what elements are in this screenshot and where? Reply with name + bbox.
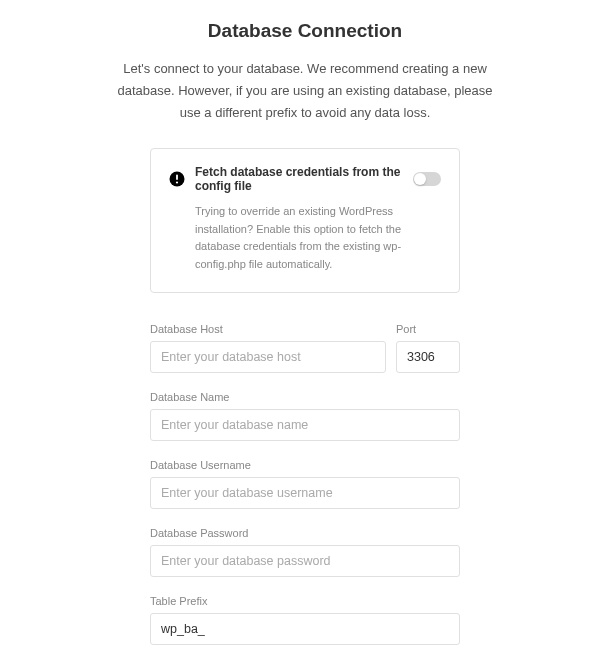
fetch-credentials-box: Fetch database credentials from the conf… — [150, 148, 460, 292]
db-host-input[interactable] — [150, 341, 386, 373]
fetch-credentials-toggle[interactable] — [413, 172, 441, 186]
table-prefix-input[interactable] — [150, 613, 460, 645]
table-prefix-label: Table Prefix — [150, 595, 460, 607]
db-name-input[interactable] — [150, 409, 460, 441]
svg-rect-1 — [176, 175, 178, 181]
db-password-label: Database Password — [150, 527, 460, 539]
fetch-credentials-title: Fetch database credentials from the conf… — [195, 165, 403, 193]
db-port-input[interactable] — [396, 341, 460, 373]
db-username-label: Database Username — [150, 459, 460, 471]
svg-point-2 — [176, 182, 178, 184]
page-title: Database Connection — [75, 20, 535, 42]
db-port-label: Port — [396, 323, 460, 335]
info-alert-icon — [169, 171, 185, 187]
db-name-label: Database Name — [150, 391, 460, 403]
db-host-label: Database Host — [150, 323, 386, 335]
fetch-credentials-description: Trying to override an existing WordPress… — [195, 203, 441, 273]
toggle-knob — [414, 173, 426, 185]
page-subtitle: Let's connect to your database. We recom… — [115, 58, 495, 124]
db-username-input[interactable] — [150, 477, 460, 509]
db-password-input[interactable] — [150, 545, 460, 577]
